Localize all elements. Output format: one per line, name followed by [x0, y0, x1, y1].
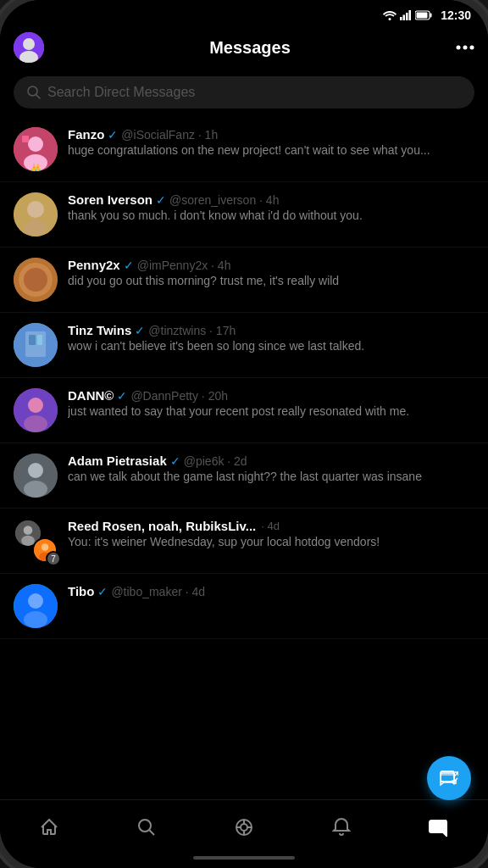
verified-icon: ✓ — [156, 193, 166, 207]
sender-name: Tinz Twins — [68, 323, 131, 337]
nav-home-button[interactable] — [28, 810, 70, 844]
message-header-row: Adam Pietrasiak ✓ @pie6k · 2d — [68, 453, 474, 468]
message-preview: can we talk about the game last night?? … — [68, 470, 474, 483]
penny-avatar-svg — [14, 258, 58, 302]
verified-icon: ✓ — [97, 585, 108, 598]
svg-point-11 — [457, 46, 461, 50]
avatar-image — [14, 32, 44, 63]
list-item[interactable]: Adam Pietrasiak ✓ @pie6k · 2d can we tal… — [0, 443, 488, 509]
dann-avatar-svg — [14, 388, 58, 432]
notifications-icon — [332, 817, 351, 837]
home-bar — [193, 856, 295, 860]
list-item[interactable]: Penny2x ✓ @imPenny2x · 4h did you go out… — [0, 248, 488, 313]
svg-line-55 — [149, 831, 154, 836]
status-icons: 12:30 — [383, 8, 471, 22]
sender-handle: @soren_iverson · 4h — [169, 193, 279, 207]
nav-messages-button[interactable] — [418, 810, 460, 844]
svg-rect-1 — [400, 17, 402, 20]
message-preview: wow i can't believe it's been so long si… — [68, 339, 474, 353]
message-content: Penny2x ✓ @imPenny2x · 4h did you go out… — [68, 258, 474, 287]
fanzo-avatar-svg: 👑 — [14, 127, 58, 171]
fab-icon — [440, 769, 458, 787]
message-content: Tinz Twins ✓ @tinztwins · 17h wow i can'… — [68, 323, 474, 353]
sender-name: Reed Rosen, noah, RubiksLiv... — [68, 519, 256, 533]
message-header-row: Reed Rosen, noah, RubiksLiv... · 4d — [68, 519, 474, 533]
message-preview: just wanted to say that your recent post… — [68, 404, 474, 418]
signal-icon — [400, 10, 412, 20]
sender-name: Soren Iverson — [68, 192, 152, 207]
message-content: Reed Rosen, noah, RubiksLiv... · 4d You:… — [68, 519, 474, 548]
sender-name: DANN© — [68, 388, 114, 403]
svg-text:👑: 👑 — [30, 163, 42, 171]
sender-handle: @tibo_maker · 4d — [111, 585, 205, 598]
svg-rect-19 — [22, 136, 29, 142]
message-preview: You: it's weiner Wednesday, sup your loc… — [68, 535, 474, 548]
svg-rect-3 — [406, 13, 408, 20]
spaces-icon — [234, 817, 254, 837]
sender-handle: @tinztwins · 17h — [148, 324, 236, 337]
search-input[interactable]: Search Direct Messages — [14, 76, 474, 108]
svg-rect-6 — [430, 14, 432, 18]
message-header-row: DANN© ✓ @DannPetty · 20h — [68, 388, 474, 403]
group-count-badge: 7 — [46, 551, 61, 566]
message-content: Tibo ✓ @tibo_maker · 4d — [68, 584, 474, 600]
svg-point-12 — [463, 46, 468, 50]
search-nav-icon — [137, 818, 156, 837]
sender-name: Fanzo — [68, 127, 104, 142]
message-list: 👑 Fanzo ✓ @iSocialFanz · 1h huge congrat… — [0, 117, 488, 799]
sender-handle: @iSocialFanz · 1h — [121, 128, 218, 142]
battery-icon — [415, 10, 432, 20]
sender-name: Penny2x — [68, 258, 120, 272]
svg-point-41 — [42, 543, 49, 551]
list-item[interactable]: Tinz Twins ✓ @tinztwins · 17h wow i can'… — [0, 313, 488, 378]
svg-rect-29 — [29, 335, 36, 345]
list-item[interactable]: Soren Iverson ✓ @soren_iverson · 4h than… — [0, 182, 488, 248]
svg-point-32 — [28, 398, 43, 413]
verified-icon: ✓ — [170, 454, 180, 468]
home-icon — [39, 817, 59, 837]
nav-spaces-button[interactable] — [223, 810, 265, 844]
soren-avatar-svg — [14, 192, 58, 236]
avatar-container — [14, 388, 58, 432]
list-item[interactable]: 7 Reed Rosen, noah, RubiksLiv... · 4d Yo… — [0, 509, 488, 574]
more-icon — [456, 45, 474, 50]
message-preview: did you go out this morning? trust me, i… — [68, 274, 474, 287]
list-item[interactable]: DANN© ✓ @DannPetty · 20h just wanted to … — [0, 378, 488, 443]
compose-message-button[interactable] — [427, 756, 471, 800]
svg-point-38 — [24, 526, 33, 535]
search-placeholder: Search Direct Messages — [47, 85, 195, 100]
sender-name: Adam Pietrasiak — [68, 453, 167, 468]
avatar — [14, 192, 58, 236]
svg-line-15 — [36, 95, 41, 99]
svg-rect-2 — [403, 15, 406, 21]
message-preview: thank you so much. i don't know what i'd… — [68, 209, 474, 222]
page-title: Messages — [209, 38, 291, 58]
status-time: 12:30 — [441, 8, 471, 22]
avatar — [14, 388, 58, 432]
sender-handle: @DannPetty · 20h — [130, 389, 228, 403]
list-item[interactable]: 👑 Fanzo ✓ @iSocialFanz · 1h huge congrat… — [0, 117, 488, 182]
avatar: 👑 — [14, 127, 58, 171]
message-header-row: Penny2x ✓ @imPenny2x · 4h — [68, 258, 474, 272]
svg-point-17 — [28, 136, 43, 152]
svg-point-22 — [27, 201, 44, 218]
time-ago: · 4d — [261, 520, 280, 532]
nav-search-button[interactable] — [125, 810, 168, 844]
svg-point-33 — [24, 415, 47, 432]
verified-icon: ✓ — [108, 128, 118, 142]
sender-name: Tibo — [68, 584, 94, 598]
nav-notifications-button[interactable] — [320, 810, 363, 844]
message-preview: huge congratulations on the new project!… — [68, 143, 474, 157]
avatar-container — [14, 192, 58, 236]
list-item[interactable]: Tibo ✓ @tibo_maker · 4d — [0, 574, 488, 639]
verified-icon: ✓ — [117, 389, 127, 403]
tinz-avatar-svg — [14, 323, 58, 367]
status-bar: 12:30 — [0, 0, 488, 25]
user-avatar[interactable] — [14, 32, 44, 63]
phone-screen: 12:30 Messages — [0, 0, 488, 868]
avatar-container: 👑 — [14, 127, 58, 171]
verified-icon: ✓ — [124, 259, 134, 272]
more-options-button[interactable] — [456, 45, 474, 50]
avatar-container — [14, 584, 58, 628]
avatar — [14, 584, 58, 628]
